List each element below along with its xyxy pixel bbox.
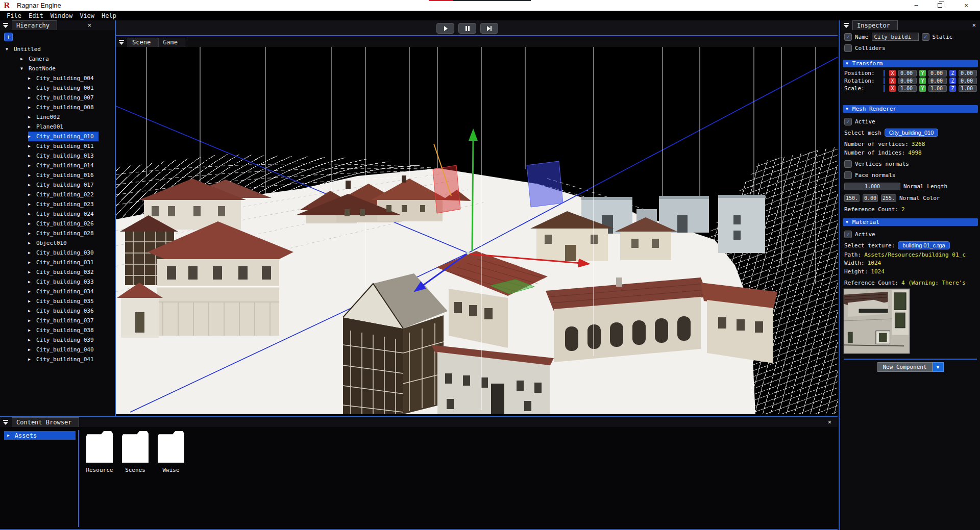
hierarchy-item[interactable]: ▶ Plane001 bbox=[28, 122, 99, 132]
expander-icon[interactable]: ▶ bbox=[28, 173, 33, 178]
expander-icon[interactable]: ▶ bbox=[28, 105, 33, 110]
hierarchy-item[interactable]: ▶ City_building_032 bbox=[28, 267, 99, 277]
axis-z-value[interactable]: 0.00 bbox=[959, 78, 977, 84]
expander-icon[interactable]: ▶ bbox=[28, 212, 33, 216]
folder-scenes[interactable]: Scenes bbox=[120, 431, 150, 473]
hierarchy-item[interactable]: ▶ Line002 bbox=[28, 112, 99, 122]
expander-icon[interactable]: ▶ bbox=[28, 270, 33, 274]
material-active-checkbox[interactable]: ✓ bbox=[844, 231, 852, 238]
play-button[interactable] bbox=[436, 23, 454, 34]
axis-y-value[interactable]: 0.00 bbox=[928, 78, 947, 84]
hierarchy-item[interactable]: ▶ City_building_016 bbox=[28, 170, 99, 180]
hierarchy-item[interactable]: ▶ City_building_038 bbox=[28, 325, 99, 335]
hierarchy-item[interactable]: ▶ City_building_023 bbox=[28, 199, 99, 209]
tab-game[interactable]: Game bbox=[158, 38, 185, 47]
select-texture-button[interactable]: building 01_c.tga bbox=[898, 241, 949, 249]
add-entity-button[interactable]: + bbox=[4, 33, 13, 41]
close-button[interactable]: ✕ bbox=[958, 0, 975, 10]
hierarchy-item[interactable]: ▼ Untitled bbox=[6, 44, 99, 54]
selection-quad-blue[interactable] bbox=[527, 161, 563, 207]
expander-icon[interactable]: ▶ bbox=[28, 241, 33, 245]
menu-window[interactable]: Window bbox=[51, 12, 72, 19]
panel-menu-icon[interactable] bbox=[118, 40, 125, 45]
hierarchy-item[interactable]: ▶ Camera bbox=[20, 54, 99, 64]
hierarchy-item[interactable]: ▶ City_building_024 bbox=[28, 209, 99, 219]
normal-color-r-input[interactable]: 150. bbox=[844, 194, 860, 202]
axis-x-value[interactable]: 0.00 bbox=[898, 78, 917, 84]
hierarchy-item[interactable]: ▶ City_building_033 bbox=[28, 277, 99, 287]
hierarchy-item[interactable]: ▶ City_building_041 bbox=[28, 355, 99, 364]
expander-icon[interactable]: ▶ bbox=[28, 221, 33, 226]
gizmo-axis-y-arrow[interactable] bbox=[472, 138, 473, 251]
tab-scene[interactable]: Scene bbox=[128, 38, 158, 47]
panel-menu-icon[interactable] bbox=[843, 23, 849, 28]
assets-tree-item[interactable]: ▶ Assets bbox=[4, 431, 76, 440]
hierarchy-item[interactable]: ▼ RootNode bbox=[20, 64, 99, 73]
hierarchy-item[interactable]: ▶ City_building_030 bbox=[28, 248, 99, 258]
hierarchy-item[interactable]: ▶ City_building_004 bbox=[28, 73, 99, 83]
hierarchy-item[interactable]: ▶ City_building_017 bbox=[28, 180, 99, 190]
hierarchy-item[interactable]: ▶ City_building_034 bbox=[28, 287, 99, 296]
expander-icon[interactable]: ▶ bbox=[7, 433, 10, 438]
expander-icon[interactable]: ▶ bbox=[28, 231, 33, 236]
hierarchy-item[interactable]: ▶ City_building_036 bbox=[28, 306, 99, 316]
expander-icon[interactable]: ▶ bbox=[28, 328, 33, 333]
expander-icon[interactable]: ▶ bbox=[28, 280, 33, 284]
menu-edit[interactable]: Edit bbox=[29, 12, 43, 19]
expander-icon[interactable]: ▶ bbox=[28, 95, 33, 100]
hierarchy-item[interactable]: ▶ Object010 bbox=[28, 238, 99, 248]
material-section-header[interactable]: ▼ Material bbox=[843, 218, 978, 226]
expander-icon[interactable]: ▶ bbox=[28, 76, 33, 81]
hierarchy-item[interactable]: ▶ City_building_022 bbox=[28, 190, 99, 199]
axis-x-value[interactable]: 0.00 bbox=[898, 70, 917, 77]
folder-wwise[interactable]: Wwise bbox=[156, 431, 186, 473]
content-browser-close-icon[interactable]: ✕ bbox=[828, 418, 831, 425]
expander-icon[interactable]: ▶ bbox=[28, 163, 33, 168]
panel-menu-icon[interactable] bbox=[3, 23, 9, 28]
name-input[interactable] bbox=[872, 33, 919, 41]
expander-icon[interactable]: ▶ bbox=[28, 144, 33, 148]
restore-button[interactable] bbox=[931, 0, 948, 10]
menu-view[interactable]: View bbox=[80, 12, 94, 19]
expander-icon[interactable]: ▶ bbox=[28, 250, 33, 255]
expander-icon[interactable]: ▶ bbox=[28, 192, 33, 197]
mesh-renderer-section-header[interactable]: ▼ Mesh Renderer bbox=[843, 105, 978, 113]
expander-icon[interactable]: ▶ bbox=[28, 154, 33, 158]
step-forward-button[interactable] bbox=[480, 23, 498, 34]
inspector-tab[interactable]: Inspector bbox=[852, 20, 898, 30]
mesh-active-checkbox[interactable]: ✓ bbox=[844, 118, 852, 125]
hierarchy-item[interactable]: ▶ City_building_035 bbox=[28, 296, 99, 306]
gizmo-origin[interactable] bbox=[467, 251, 470, 255]
hierarchy-item[interactable]: ▶ City_building_011 bbox=[28, 141, 99, 151]
folder-resource[interactable]: Resource bbox=[85, 431, 114, 473]
buildings-right-cluster[interactable] bbox=[546, 277, 777, 363]
axis-z-value[interactable]: 1.00 bbox=[959, 85, 977, 92]
hierarchy-item[interactable]: ▶ City_building_040 bbox=[28, 345, 99, 355]
face-normals-checkbox[interactable] bbox=[844, 171, 852, 179]
hierarchy-close-icon[interactable]: ✕ bbox=[88, 21, 91, 29]
hierarchy-item[interactable]: ▶ City_building_026 bbox=[28, 219, 99, 229]
hierarchy-tab[interactable]: Hierarchy bbox=[12, 20, 57, 30]
hierarchy-item[interactable]: ▶ City_building_028 bbox=[28, 229, 99, 238]
expander-icon[interactable]: ▶ bbox=[28, 124, 33, 129]
menu-help[interactable]: Help bbox=[102, 12, 116, 19]
minimize-button[interactable]: — bbox=[908, 0, 925, 10]
static-checkbox[interactable]: ✓ bbox=[922, 33, 929, 41]
inspector-close-icon[interactable]: ✕ bbox=[972, 21, 976, 29]
axis-y-value[interactable]: 1.00 bbox=[928, 85, 947, 92]
expander-icon[interactable]: ▼ bbox=[6, 47, 10, 52]
panel-menu-icon[interactable] bbox=[3, 420, 9, 425]
hierarchy-item[interactable]: ▶ City_building_039 bbox=[28, 335, 99, 345]
expander-icon[interactable]: ▶ bbox=[28, 134, 33, 139]
transform-section-header[interactable]: ▼ Transform bbox=[843, 60, 978, 67]
hierarchy-item[interactable]: ▶ City_building_031 bbox=[28, 258, 99, 267]
hierarchy-item[interactable]: ▶ City_building_037 bbox=[28, 316, 99, 325]
expander-icon[interactable]: ▶ bbox=[28, 299, 33, 304]
expander-icon[interactable]: ▶ bbox=[28, 357, 33, 362]
expander-icon[interactable]: ▶ bbox=[28, 309, 33, 313]
expander-icon[interactable]: ▶ bbox=[28, 86, 33, 90]
normal-color-g-input[interactable]: 0.00 bbox=[863, 194, 878, 202]
expander-icon[interactable]: ▶ bbox=[28, 347, 33, 352]
expander-icon[interactable]: ▶ bbox=[28, 260, 33, 265]
normal-length-input[interactable]: 1.000 bbox=[844, 183, 900, 190]
